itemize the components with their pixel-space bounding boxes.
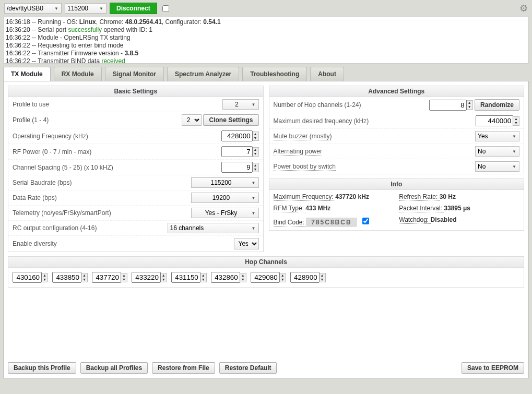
log-area[interactable]: 16:36:18 -- Running - OS: Linux, Chrome:… <box>3 17 529 64</box>
restore-default-button[interactable]: Restore Default <box>219 362 277 374</box>
telemetry-select[interactable]: Yes - FrSky <box>191 208 259 218</box>
advanced-title: Advanced Settings <box>269 86 524 97</box>
log-line: 16:36:22 -- Requesting to enter bind mod… <box>6 42 526 50</box>
spinner[interactable]: ▲▼ <box>81 273 88 282</box>
port-select[interactable]: /dev/ttyUSB0 <box>4 3 62 14</box>
log-line: 16:36:22 -- Module - OpenLRSng TX starti… <box>6 34 526 42</box>
gear-icon[interactable]: ⚙ <box>519 3 528 14</box>
profile-14-select[interactable]: 2 <box>182 114 202 126</box>
hop-input: ▲▼ <box>211 272 246 283</box>
hop-input: ▲▼ <box>132 272 167 283</box>
datarate-label: Data Rate (bps) <box>13 194 191 201</box>
tab-bar: TX ModuleRX ModuleSignal MonitorSpectrum… <box>3 67 529 81</box>
hop-value-input[interactable] <box>92 272 121 283</box>
info-pkt: Packet Interval: 33895 μs <box>399 205 519 212</box>
opfreq-input[interactable] <box>221 130 253 141</box>
hop-input: ▲▼ <box>13 272 48 283</box>
clone-settings-button[interactable]: Clone Settings <box>203 114 258 126</box>
chspacing-label: Channel Spacing (5 - 25) (x 10 kHZ) <box>13 164 221 171</box>
opfreq-label: Operating Frequency (kHz) <box>13 133 221 140</box>
spinner[interactable]: ▲▼ <box>467 100 473 110</box>
info-rfm: RFM Type: 433 MHz <box>274 205 394 212</box>
tab-panel: Basic Settings Profile to use 2 Profile … <box>3 81 529 378</box>
advanced-settings: Advanced Settings Number of Hop channels… <box>269 86 525 174</box>
tab-rx-module[interactable]: RX Module <box>54 67 102 81</box>
log-line: 16:36:22 -- Transmitter BIND data receiv… <box>6 57 526 64</box>
backup-all-button[interactable]: Backup all Profiles <box>80 362 148 374</box>
spinner[interactable]: ▲▼ <box>161 273 167 282</box>
top-toolbar: /dev/ttyUSB0 115200 Disconnect ⚙ <box>0 0 532 17</box>
mute-select[interactable]: Yes <box>475 131 519 141</box>
hop-value-input[interactable] <box>171 272 200 283</box>
hop-input: ▲▼ <box>290 272 326 283</box>
log-line: 16:36:22 -- Transmitter Firmware version… <box>6 50 526 57</box>
log-line: 16:36:20 -- Serial port successfully ope… <box>6 26 526 34</box>
altpower-select[interactable]: No <box>475 146 519 157</box>
info-box: Info Maximum Frequency: 437720 kHz Refre… <box>269 178 525 231</box>
hopch-label: Number of Hop channels (1-24) <box>274 101 429 109</box>
tab-about[interactable]: About <box>310 67 344 81</box>
tab-spectrum-analyzer[interactable]: Spectrum Analyzer <box>167 67 239 81</box>
hop-value-input[interactable] <box>132 272 161 283</box>
spinner[interactable]: ▲▼ <box>280 273 286 282</box>
tab-signal-monitor[interactable]: Signal Monitor <box>105 67 164 81</box>
chspacing-input[interactable] <box>221 162 253 173</box>
rcout-select[interactable]: 16 channels <box>168 223 259 233</box>
hop-channels: Hop Channels ▲▼▲▼▲▼▲▼▲▼▲▼▲▼▲▼ <box>8 256 524 288</box>
hop-input: ▲▼ <box>52 272 88 283</box>
info-maxfreq: Maximum Frequency: 437720 kHz <box>274 193 394 200</box>
diversity-select[interactable]: Yes <box>234 238 259 249</box>
spinner[interactable]: ▲▼ <box>253 163 259 172</box>
spinner[interactable]: ▲▼ <box>513 116 519 126</box>
basic-settings: Basic Settings Profile to use 2 Profile … <box>8 86 264 252</box>
tab-tx-module[interactable]: TX Module <box>3 67 51 81</box>
rcout-label: RC output configuration (4-16) <box>13 224 168 232</box>
spinner[interactable]: ▲▼ <box>253 132 259 141</box>
mute-label: Mute buzzer (mostly) <box>274 133 332 140</box>
info-refresh: Refresh Rate: 30 Hz <box>399 193 519 200</box>
log-line: 16:36:18 -- Running - OS: Linux, Chrome:… <box>6 18 526 26</box>
spinner[interactable]: ▲▼ <box>200 273 207 282</box>
restore-file-button[interactable]: Restore from File <box>152 362 215 374</box>
bottom-bar: Backup this Profile Backup all Profiles … <box>8 362 524 374</box>
randomize-button[interactable]: Randomize <box>475 99 519 111</box>
info-bind: Bind Code: 785C8BCB <box>274 216 394 227</box>
profile-use-select[interactable]: 2 <box>222 99 259 110</box>
hop-input: ▲▼ <box>92 272 127 283</box>
backup-profile-button[interactable]: Backup this Profile <box>8 362 76 374</box>
boost-label: Power boost by switch <box>274 163 336 171</box>
info-title: Info <box>269 179 524 190</box>
hop-value-input[interactable] <box>13 272 42 283</box>
maxfreq-input[interactable] <box>476 115 513 126</box>
spinner[interactable]: ▲▼ <box>42 273 48 282</box>
toolbar-checkbox[interactable] <box>162 5 169 12</box>
spinner[interactable]: ▲▼ <box>253 147 259 157</box>
save-eeprom-button[interactable]: Save to EEPROM <box>462 362 524 374</box>
boost-select[interactable]: No <box>475 161 519 172</box>
hop-value-input[interactable] <box>251 272 280 283</box>
rfpower-input[interactable] <box>221 146 253 157</box>
basic-title: Basic Settings <box>8 86 263 97</box>
spinner[interactable]: ▲▼ <box>320 273 326 282</box>
spinner[interactable]: ▲▼ <box>240 273 246 282</box>
telemetry-label: Telemetry (no/yes/FrSky/smartPort) <box>13 209 191 217</box>
rfpower-label: RF Power (0 - 7 / min - max) <box>13 148 221 156</box>
info-wd: Watchdog: Disabled <box>399 216 519 227</box>
hop-input: ▲▼ <box>251 272 286 283</box>
hop-input: ▲▼ <box>171 272 207 283</box>
tab-troubleshooting[interactable]: Troubleshooting <box>242 67 307 81</box>
hop-title: Hop Channels <box>8 257 524 268</box>
spinner[interactable]: ▲▼ <box>121 273 127 282</box>
baud-select[interactable]: 115200 <box>65 3 107 14</box>
datarate-select[interactable]: 19200 <box>191 193 259 203</box>
maxfreq-label: Maximum desired frequency (kHz) <box>274 117 476 125</box>
profile-14-label: Profile (1 - 4) <box>13 116 182 124</box>
hop-value-input[interactable] <box>52 272 81 283</box>
baud-label: Serial Baudrate (bps) <box>13 179 191 186</box>
hopch-input[interactable] <box>429 100 467 111</box>
hop-value-input[interactable] <box>211 272 240 283</box>
bind-checkbox[interactable] <box>362 218 369 224</box>
hop-value-input[interactable] <box>290 272 320 283</box>
baud-select-basic[interactable]: 115200 <box>191 177 259 188</box>
disconnect-button[interactable]: Disconnect <box>110 3 157 14</box>
